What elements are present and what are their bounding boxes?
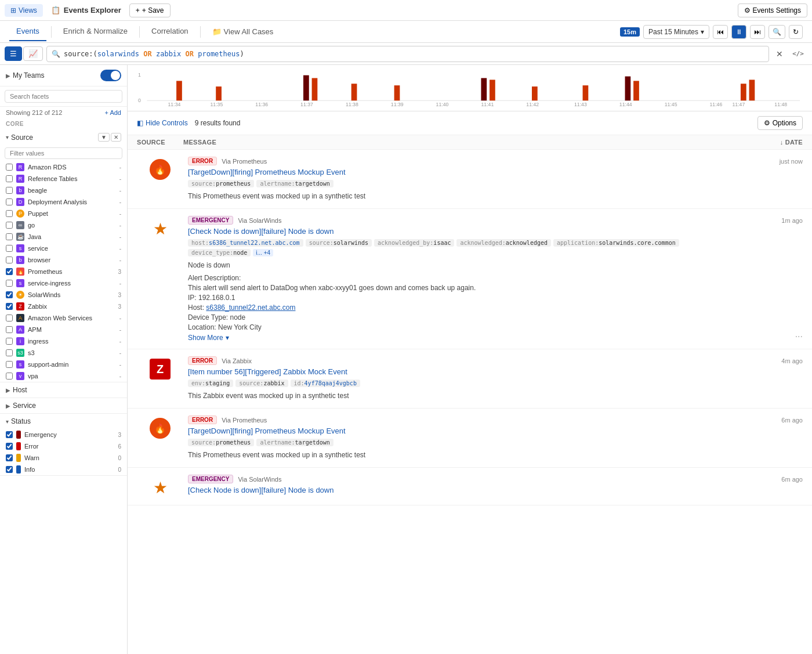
status-item[interactable]: Info0 (0, 464, 127, 475)
source-item[interactable]: bbeagle- (0, 185, 127, 196)
source-item[interactable]: AAmazon Web Services- (0, 312, 127, 324)
event-tag: device_type:node (188, 249, 251, 256)
event-row[interactable]: ZERRORVia Zabbix[Item number 56][Trigger… (128, 349, 812, 409)
status-checkbox[interactable] (6, 466, 13, 473)
skip-back-button[interactable]: ⏮ (713, 25, 728, 39)
event-more-tags[interactable]: i... +4 (253, 249, 273, 256)
status-count: 6 (110, 443, 121, 450)
status-item[interactable]: Error6 (0, 440, 127, 452)
event-description: This Prometheus event was mocked up in a… (188, 450, 740, 460)
source-checkbox[interactable] (6, 175, 13, 182)
source-item[interactable]: AAPM- (0, 324, 127, 335)
event-row[interactable]: ★EMERGENCYVia SolarWinds[Check Node is d… (128, 209, 812, 349)
source-name: Zabbix (28, 303, 106, 310)
source-item[interactable]: RAmazon RDS- (0, 161, 127, 173)
source-item[interactable]: PPuppet- (0, 208, 127, 219)
source-item[interactable]: ssupport-admin- (0, 359, 127, 370)
source-item[interactable]: vvpa- (0, 370, 127, 382)
bar-9 (532, 86, 538, 100)
source-item[interactable]: ☀SolarWinds3 (0, 289, 127, 301)
save-button[interactable]: + + Save (129, 3, 171, 17)
source-item[interactable]: s3s3- (0, 347, 127, 359)
settings-button[interactable]: ⚙ Events Settings (738, 3, 807, 17)
source-checkbox[interactable] (6, 222, 13, 229)
view-all-cases-link[interactable]: 📁 View All Cases (205, 23, 281, 41)
event-row[interactable]: 🔥ERRORVia Prometheus[TargetDown][firing]… (128, 150, 812, 209)
source-header[interactable]: ▾ Source ▼ ✕ (0, 129, 127, 145)
source-checkbox[interactable] (6, 268, 13, 275)
my-teams-toggle[interactable] (100, 70, 121, 81)
event-description: Node is down (188, 260, 740, 270)
list-view-button[interactable]: ☰ (5, 46, 22, 61)
source-checkbox[interactable] (6, 303, 13, 310)
source-item[interactable]: ZZabbix3 (0, 301, 127, 312)
source-item[interactable]: DDeployment Analysis- (0, 196, 127, 208)
tab-enrich[interactable]: Enrich & Normalize (56, 22, 135, 41)
source-item[interactable]: RReference Tables- (0, 173, 127, 185)
filter-icon[interactable]: ▼ (98, 133, 110, 142)
code-view-button[interactable]: </> (789, 47, 807, 61)
pause-button[interactable]: ⏸ (731, 25, 746, 39)
source-checkbox[interactable] (6, 280, 13, 287)
source-item[interactable]: ∞go- (0, 219, 127, 231)
source-item[interactable]: 🔥Prometheus3 (0, 266, 127, 277)
source-item[interactable]: sservice- (0, 243, 127, 254)
x-label-1134: 11:34 (168, 102, 181, 106)
status-checkbox[interactable] (6, 443, 13, 450)
source-checkbox[interactable] (6, 187, 13, 194)
x-label-1144: 11:44 (619, 102, 632, 106)
source-name: Prometheus (28, 268, 106, 275)
filter-values-input[interactable] (5, 147, 122, 159)
source-item[interactable]: sservice-ingress- (0, 277, 127, 289)
tab-events[interactable]: Events (9, 22, 46, 41)
host-header[interactable]: ▶ Host (0, 382, 127, 398)
source-icon: b (16, 186, 24, 194)
doc-icon: 📋 (51, 6, 60, 15)
source-checkbox[interactable] (6, 338, 13, 345)
clear-search-button[interactable]: ✕ (773, 47, 786, 61)
time-range-selector[interactable]: Past 15 Minutes ▾ (643, 25, 709, 39)
views-tab[interactable]: ⊞ Views (5, 4, 43, 17)
source-checkbox[interactable] (6, 373, 13, 380)
source-item[interactable]: bbrowser- (0, 254, 127, 266)
status-header[interactable]: ▾ Status (0, 414, 127, 429)
source-checkbox[interactable] (6, 245, 13, 252)
source-checkbox[interactable] (6, 361, 13, 368)
status-checkbox[interactable] (6, 431, 13, 438)
show-more-button[interactable]: Show More ▾ (188, 334, 740, 342)
source-checkbox[interactable] (6, 349, 13, 356)
x-label-1145: 11:45 (665, 102, 677, 106)
refresh-button[interactable]: ↻ (789, 25, 803, 39)
search-input-wrap[interactable]: 🔍 source:(solarwinds OR zabbix OR promet… (46, 46, 769, 62)
source-checkbox[interactable] (6, 233, 13, 240)
hide-controls-button[interactable]: ◧ Hide Controls (137, 119, 188, 127)
source-checkbox[interactable] (6, 198, 13, 205)
status-item[interactable]: Warn0 (0, 452, 127, 464)
source-item[interactable]: iingress- (0, 335, 127, 347)
status-item[interactable]: Emergency3 (0, 429, 127, 440)
event-row[interactable]: ★EMERGENCYVia SolarWinds[Check Node is d… (128, 468, 812, 505)
clear-filter-icon[interactable]: ✕ (111, 133, 121, 142)
source-checkbox[interactable] (6, 315, 13, 321)
add-facet-button[interactable]: + Add (105, 109, 121, 116)
search-facets-input[interactable] (5, 90, 122, 103)
source-checkbox[interactable] (6, 326, 13, 333)
source-icon: D (16, 198, 24, 206)
event-options-menu[interactable]: ··· (795, 331, 803, 342)
service-header[interactable]: ▶ Service (0, 398, 127, 413)
source-checkbox[interactable] (6, 210, 13, 217)
event-row[interactable]: 🔥ERRORVia Prometheus[TargetDown][firing]… (128, 409, 812, 468)
source-checkbox[interactable] (6, 164, 13, 171)
source-item[interactable]: ☕Java- (0, 231, 127, 243)
source-checkbox[interactable] (6, 256, 13, 263)
skip-fwd-button[interactable]: ⏭ (750, 25, 765, 39)
host-link[interactable]: s6386_tunnel22.net.abc.com (206, 303, 295, 312)
chart-view-button[interactable]: 📈 (23, 46, 43, 61)
options-button[interactable]: ⚙ Options (757, 116, 803, 130)
status-checkbox[interactable] (6, 454, 13, 461)
event-tag: acknowledged_by:isaac (374, 239, 454, 247)
search-time-button[interactable]: 🔍 (768, 25, 785, 39)
source-checkbox[interactable] (6, 291, 13, 298)
tab-correlation[interactable]: Correlation (144, 22, 195, 41)
search-query[interactable]: source:(solarwinds OR zabbix OR promethe… (64, 50, 764, 58)
